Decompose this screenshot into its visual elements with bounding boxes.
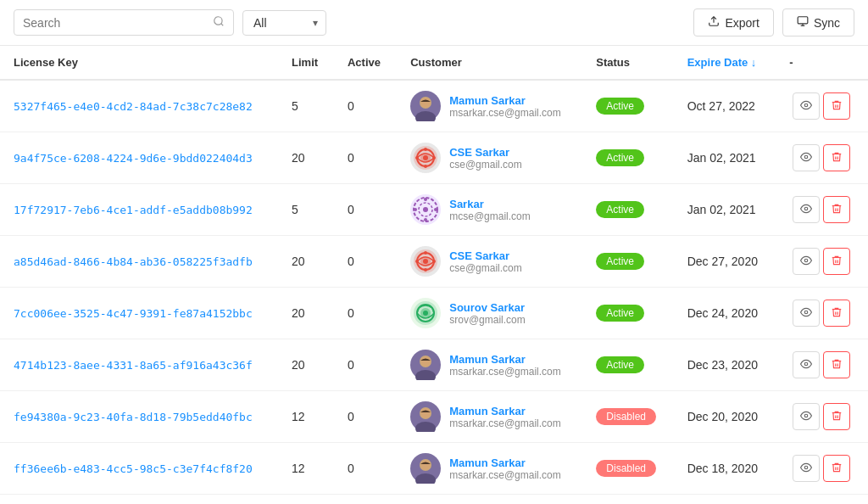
svg-point-26 xyxy=(424,218,427,221)
svg-point-60 xyxy=(804,466,808,469)
cell-limit: 20 xyxy=(278,288,334,339)
sync-button[interactable]: Sync xyxy=(782,8,854,36)
delete-button[interactable] xyxy=(823,300,850,327)
delete-button[interactable] xyxy=(823,92,850,120)
col-customer: Customer xyxy=(397,46,582,80)
export-icon xyxy=(708,15,720,30)
trash-icon xyxy=(831,462,843,476)
trash-icon xyxy=(831,358,843,372)
customer-email: msarkar.cse@gmail.com xyxy=(449,366,561,378)
sync-icon xyxy=(797,15,809,30)
status-badge: Active xyxy=(596,98,644,115)
delete-button[interactable] xyxy=(823,144,850,171)
cell-active: 0 xyxy=(334,288,397,339)
customer-name: CSE Sarkar xyxy=(449,146,522,159)
license-key-link[interactable]: 17f72917-7eb6-4ce1-addf-e5addb08b992 xyxy=(14,204,253,216)
svg-point-34 xyxy=(423,259,428,264)
avatar xyxy=(410,453,441,484)
license-key-link[interactable]: 4714b123-8aee-4331-8a65-af916a43c36f xyxy=(14,359,253,372)
svg-point-24 xyxy=(423,207,428,212)
avatar xyxy=(410,401,441,432)
export-label: Export xyxy=(725,16,759,30)
avatar xyxy=(410,194,441,225)
table-row: ff36ee6b-e483-4cc5-98c5-c3e7f4cf8f20 12 … xyxy=(0,443,868,495)
svg-point-44 xyxy=(423,311,428,316)
license-key-link[interactable]: 7cc006ee-3525-4c47-9391-fe87a4152bbc xyxy=(14,307,253,320)
cell-expire-date: Dec 23, 2020 xyxy=(674,339,776,391)
svg-point-29 xyxy=(804,207,808,210)
col-expire-date[interactable]: Expire Date ↓ xyxy=(674,46,776,80)
license-key-link[interactable]: 9a4f75ce-6208-4224-9d6e-9bdd022404d3 xyxy=(14,152,253,165)
trash-icon xyxy=(831,255,843,269)
delete-button[interactable] xyxy=(823,248,850,275)
svg-point-37 xyxy=(415,260,419,263)
cell-license-key: 7cc006ee-3525-4c47-9391-fe87a4152bbc xyxy=(0,288,278,339)
cell-limit: 20 xyxy=(278,132,334,184)
cell-status: Active xyxy=(582,184,673,236)
cell-license-key: 5327f465-e4e0-4cd2-84ad-7c38c7c28e82 xyxy=(0,80,278,132)
eye-icon xyxy=(800,410,812,424)
cell-active: 0 xyxy=(334,236,397,288)
col-actions: - xyxy=(776,46,868,80)
customer-info: CSE Sarkar cse@gmail.com xyxy=(449,249,522,274)
svg-point-49 xyxy=(420,356,431,367)
eye-icon xyxy=(800,151,812,165)
avatar xyxy=(410,246,441,277)
cell-actions xyxy=(776,443,868,495)
cell-customer: Sarkar mcse@gmail.com xyxy=(397,184,582,236)
license-key-link[interactable]: fe94380a-9c23-40fa-8d18-79b5edd40fbc xyxy=(14,411,253,423)
view-button[interactable] xyxy=(793,144,820,171)
cell-status: Active xyxy=(582,80,673,132)
customer-email: mcse@gmail.com xyxy=(449,210,531,222)
delete-button[interactable] xyxy=(823,403,850,430)
view-button[interactable] xyxy=(793,300,820,327)
svg-line-1 xyxy=(221,24,224,26)
cell-active: 0 xyxy=(334,80,397,132)
customer-info: Sarkar mcse@gmail.com xyxy=(449,198,531,222)
delete-button[interactable] xyxy=(823,455,850,482)
status-badge: Disabled xyxy=(596,460,656,477)
view-button[interactable] xyxy=(793,196,820,223)
view-button[interactable] xyxy=(793,351,820,378)
table-row: 17f72917-7eb6-4ce1-addf-e5addb08b992 5 0… xyxy=(0,184,868,236)
view-button[interactable] xyxy=(793,403,820,430)
cell-status: Active xyxy=(582,236,673,288)
customer-email: cse@gmail.com xyxy=(449,159,522,171)
cell-actions xyxy=(776,288,868,339)
export-button[interactable]: Export xyxy=(693,8,773,36)
svg-point-16 xyxy=(424,148,427,151)
view-button[interactable] xyxy=(793,455,820,482)
eye-icon xyxy=(800,358,812,372)
svg-point-36 xyxy=(424,268,427,272)
license-key-link[interactable]: ff36ee6b-e483-4cc5-98c5-c3e7f4cf8f20 xyxy=(14,462,253,475)
customer-name: Mamun Sarkar xyxy=(449,405,561,417)
customer-email: cse@gmail.com xyxy=(449,262,522,274)
table-row: 5327f465-e4e0-4cd2-84ad-7c38c7c28e82 5 0… xyxy=(0,80,868,132)
filter-select[interactable]: All Active Disabled xyxy=(242,10,326,36)
cell-active: 0 xyxy=(334,184,397,236)
customer-name: Mamun Sarkar xyxy=(449,353,561,366)
view-button[interactable] xyxy=(793,248,820,275)
search-input[interactable] xyxy=(23,16,209,30)
license-key-link[interactable]: 5327f465-e4e0-4cd2-84ad-7c38c7c28e82 xyxy=(14,100,253,113)
cell-active: 0 xyxy=(334,391,397,443)
status-badge: Active xyxy=(596,201,644,218)
delete-button[interactable] xyxy=(823,196,850,223)
cell-expire-date: Oct 27, 2022 xyxy=(674,80,776,132)
view-button[interactable] xyxy=(793,92,820,120)
status-badge: Active xyxy=(596,253,644,270)
eye-icon xyxy=(800,99,812,114)
customer-info: Mamun Sarkar msarkar.cse@gmail.com xyxy=(449,405,561,429)
svg-point-15 xyxy=(423,155,428,160)
license-key-link[interactable]: a85d46ad-8466-4b84-ab36-058225f3adfb xyxy=(14,255,253,268)
status-badge: Active xyxy=(596,356,644,373)
cell-active: 0 xyxy=(334,132,397,184)
cell-status: Active xyxy=(582,288,673,339)
svg-point-0 xyxy=(214,17,222,25)
delete-button[interactable] xyxy=(823,351,850,378)
trash-icon xyxy=(831,99,843,114)
svg-point-35 xyxy=(424,251,427,255)
customer-email: srov@gmail.com xyxy=(449,314,526,326)
cell-customer: CSE Sarkar cse@gmail.com xyxy=(397,132,582,184)
cell-status: Active xyxy=(582,132,673,184)
